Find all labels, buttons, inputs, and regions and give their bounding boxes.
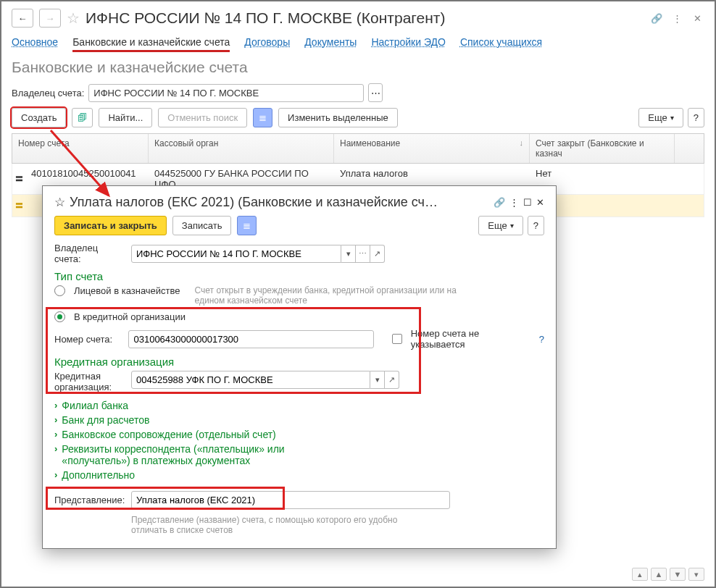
open-button[interactable]: ↗ [385, 371, 399, 389]
more-button[interactable]: Еще ▾ [638, 108, 683, 127]
help-button[interactable]: ? [688, 108, 704, 127]
dropdown-button[interactable]: ▾ [370, 371, 385, 389]
acct-num-input[interactable] [128, 330, 373, 348]
radio-credit-org[interactable] [54, 311, 65, 322]
grid-header: Номер счета Кассовый орган Наименование↓… [12, 133, 704, 164]
star-icon[interactable]: ☆ [54, 195, 65, 210]
tab-bar: Основное Банковские и казначейские счета… [12, 32, 704, 53]
link-icon[interactable]: 🔗 [649, 11, 664, 25]
expand-extra[interactable]: ›Дополнительно [54, 469, 544, 481]
list-mode-button[interactable]: ≣ [237, 216, 257, 235]
kebab-icon[interactable]: ⋮ [670, 11, 684, 25]
expand-escrow[interactable]: ›Банковское сопровождение (отдельный сче… [54, 429, 544, 440]
col-account[interactable]: Номер счета [12, 134, 149, 163]
chevron-right-icon: › [54, 469, 57, 480]
chevron-right-icon: › [54, 400, 57, 411]
expand-bank[interactable]: ›Банк для расчетов [54, 414, 544, 426]
expand-branch[interactable]: ›Филиал банка [54, 400, 544, 411]
credit-org-label: Кредитная организация: [54, 371, 127, 392]
list-mode-button[interactable]: ≣ [253, 108, 272, 127]
tab-accounts[interactable]: Банковские и казначейские счета [72, 32, 230, 52]
tab-contracts[interactable]: Договоры [244, 32, 290, 52]
scroll-down-icon[interactable]: ▼ [670, 568, 686, 581]
dlg-owner-input[interactable] [131, 245, 341, 263]
section-title: Банковские и казначейские счета [12, 59, 704, 76]
tab-main[interactable]: Основное [12, 32, 58, 52]
dialog-title: Уплата налогов (ЕКС 2021) (Банковские и … [70, 195, 489, 210]
owner-ellipsis[interactable]: ⋯ [368, 83, 383, 102]
close-icon[interactable]: ✕ [690, 11, 704, 25]
tab-students[interactable]: Список учащихся [460, 32, 542, 52]
back-button[interactable]: ← [12, 9, 33, 28]
find-button[interactable]: Найти... [99, 108, 152, 127]
chevron-right-icon: › [54, 429, 57, 440]
open-button[interactable]: ↗ [370, 245, 385, 263]
save-button[interactable]: Записать [172, 216, 232, 235]
tab-documents[interactable]: Документы [304, 32, 357, 52]
repr-input[interactable] [131, 491, 450, 509]
account-type-title: Тип счета [54, 270, 544, 282]
help-link-icon[interactable]: ? [539, 334, 544, 345]
expand-corr[interactable]: ›Реквизиты корреспондента («плательщик» … [54, 443, 544, 466]
owner-input[interactable]: ИФНС РОССИИ № 14 ПО Г. МОСКВЕ [88, 84, 364, 102]
no-acct-label: Номер счета не указывается [411, 328, 532, 350]
col-closed[interactable]: Счет закрыт (Банковские и казнач [530, 134, 675, 163]
create-copy-button[interactable]: 🗐 [72, 108, 93, 127]
scroll-up-icon[interactable]: ▲ [651, 568, 667, 581]
save-close-button[interactable]: Записать и закрыть [54, 216, 167, 235]
radio-treasury[interactable] [54, 285, 65, 296]
star-icon[interactable]: ☆ [67, 9, 80, 27]
scroll-top-icon[interactable]: ▴ [632, 568, 648, 581]
tab-edo[interactable]: Настройки ЭДО [371, 32, 446, 52]
cancel-search-button: Отменить поиск [158, 108, 247, 127]
row-indicator-icon: 〓 [12, 195, 25, 217]
repr-hint: Представление (название) счета, с помощь… [131, 515, 421, 535]
page-title: ИФНС РОССИИ № 14 ПО Г. МОСКВЕ (Контраген… [86, 9, 644, 27]
credit-org-title: Кредитная организация [54, 356, 544, 368]
credit-org-input[interactable] [131, 371, 370, 389]
chevron-right-icon: › [54, 443, 57, 454]
forward-button[interactable]: → [39, 9, 61, 28]
maximize-icon[interactable]: ☐ [523, 197, 532, 208]
dropdown-button[interactable]: ▾ [341, 245, 356, 263]
scroll-bottom-icon[interactable]: ▾ [688, 568, 704, 581]
account-dialog: ☆ Уплата налогов (ЕКС 2021) (Банковские … [42, 185, 557, 549]
col-name[interactable]: Наименование↓ [334, 134, 530, 163]
link-icon[interactable]: 🔗 [494, 197, 505, 208]
kebab-icon[interactable]: ⋮ [509, 197, 519, 208]
dlg-owner-label: Владелец счета: [54, 243, 127, 264]
repr-label: Представление: [54, 495, 127, 505]
owner-label: Владелец счета: [12, 88, 84, 98]
row-indicator-icon: 〓 [12, 164, 25, 194]
acct-num-label: Номер счета: [54, 334, 124, 345]
sort-desc-icon: ↓ [520, 138, 524, 159]
radio-treasury-label: Лицевой в казначействе [74, 285, 180, 296]
close-icon[interactable]: ✕ [536, 197, 544, 208]
create-button[interactable]: Создать [12, 108, 66, 127]
col-cash-org[interactable]: Кассовый орган [149, 134, 334, 163]
radio-hint: Счет открыт в учреждении банка, кредитно… [195, 285, 478, 306]
dlg-help-button[interactable]: ? [528, 216, 544, 235]
radio-credit-org-label: В кредитной организации [74, 311, 186, 322]
ellipsis-button[interactable]: ⋯ [356, 245, 370, 263]
copy-icon: 🗐 [78, 112, 87, 123]
no-acct-checkbox[interactable] [392, 334, 402, 344]
footer-bar: ▴ ▲ ▼ ▾ [12, 568, 704, 581]
chevron-right-icon: › [54, 414, 57, 425]
dlg-more-button[interactable]: Еще ▾ [478, 216, 523, 235]
edit-selected-button[interactable]: Изменить выделенные [278, 108, 398, 127]
